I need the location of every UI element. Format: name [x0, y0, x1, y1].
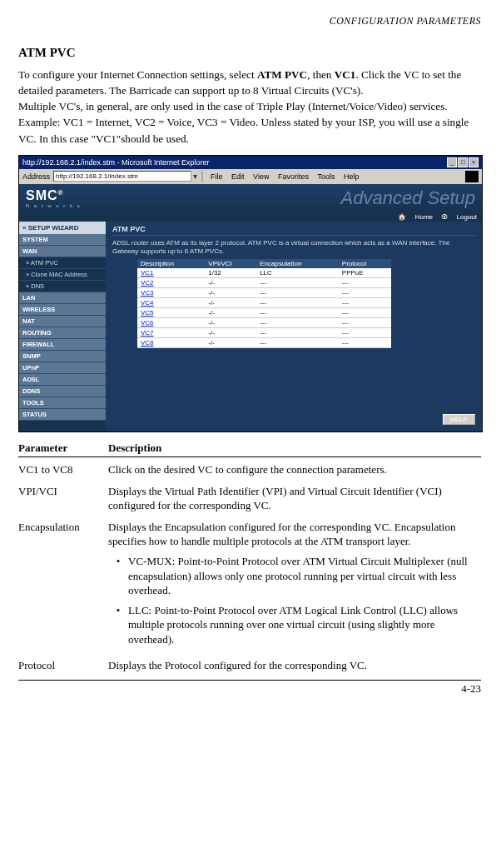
maximize-icon[interactable]: □ [458, 157, 468, 167]
go-icon[interactable]: ▾ [193, 172, 197, 181]
page-number: 4-23 [18, 680, 481, 696]
ie-logo-icon [465, 171, 479, 182]
intro-part: Multiple VC's, in general, are only used… [18, 98, 481, 146]
section-title: ATM PVC [18, 46, 481, 60]
table-row: VC2-/------- [137, 278, 391, 288]
address-label: Address [22, 172, 50, 181]
parameter-table: Parameter Description VC1 to VC8 Click o… [18, 441, 481, 673]
param-header-parameter: Parameter [18, 441, 108, 456]
address-input[interactable]: http://192.168.2.1/index.stm [53, 171, 191, 182]
bullet-text: LLC: Point-to-Point Protocol over ATM Lo… [128, 603, 481, 647]
sidebar-item-ddns[interactable]: DDNS [19, 386, 106, 397]
col-vpivci: VPI/VCI [205, 259, 256, 268]
sidebar-item-nat[interactable]: NAT [19, 316, 106, 327]
brand-sub: N e t w o r k s [26, 203, 82, 208]
pvc-table: Description VPI/VCI Encapsulation Protoc… [137, 259, 391, 348]
content-title: ATM PVC [112, 225, 475, 236]
menu-help[interactable]: Help [344, 172, 360, 181]
sidebar-item-atmpvc[interactable]: » ATM PVC [19, 257, 106, 269]
vc-link[interactable]: VC1 [137, 268, 205, 278]
intro-part: To configure your Internet Connection se… [18, 68, 257, 81]
bullet-icon: • [108, 554, 128, 598]
col-encapsulation: Encapsulation [256, 259, 339, 268]
sidebar-item-wireless[interactable]: WIRELESS [19, 304, 106, 316]
param-desc: Click on the desired VC to configure the… [108, 462, 481, 477]
sidebar-item-adsl[interactable]: ADSL [19, 374, 106, 386]
table-row: VC3-/------- [137, 288, 391, 298]
table-row: VC11/32LLCPPPoE [137, 268, 391, 278]
table-row: VC4-/------- [137, 298, 391, 308]
vc-link[interactable]: VC5 [137, 308, 205, 318]
intro-bold: ATM PVC [257, 68, 307, 81]
param-desc: Displays the Protocol configured for the… [108, 658, 481, 673]
table-row: VC8-/------- [137, 338, 391, 348]
intro-text: To configure your Internet Connection se… [18, 67, 481, 147]
running-header: CONFIGURATION PARAMETERS [18, 15, 481, 27]
vc-link[interactable]: VC2 [137, 278, 205, 288]
param-name: VC1 to VC8 [18, 462, 108, 477]
close-icon[interactable]: × [469, 157, 479, 167]
browser-menu[interactable]: File Edit View Favorites Tools Help [207, 172, 363, 181]
param-name: Protocol [18, 658, 108, 673]
vc-link[interactable]: VC8 [137, 338, 205, 348]
vc-link[interactable]: VC7 [137, 328, 205, 338]
sidebar-item-dns[interactable]: » DNS [19, 281, 106, 292]
param-header-description: Description [108, 441, 481, 456]
menu-file[interactable]: File [211, 172, 223, 181]
menu-favorites[interactable]: Favorites [278, 172, 309, 181]
menu-view[interactable]: View [253, 172, 269, 181]
sidebar-item-tools[interactable]: TOOLS [19, 397, 106, 409]
param-desc: Displays the Encapsulation configured fo… [108, 520, 481, 651]
vc-link[interactable]: VC6 [137, 318, 205, 328]
help-button[interactable]: HELP [443, 414, 475, 425]
sidebar-item-snmp[interactable]: SNMP [19, 351, 106, 362]
brand-logo: SMC® [26, 188, 82, 203]
table-row: VC7-/------- [137, 328, 391, 338]
table-row: VC6-/------- [137, 318, 391, 328]
table-row: VC5-/------- [137, 308, 391, 318]
col-description: Description [137, 259, 205, 268]
bullet-text: VC-MUX: Point-to-Point Protocol over ATM… [128, 554, 481, 598]
sidebar-item-wan[interactable]: WAN [19, 246, 106, 257]
intro-part: , then [307, 68, 335, 81]
home-link[interactable]: 🏠 Home [398, 213, 433, 221]
menu-tools[interactable]: Tools [318, 172, 335, 181]
sidebar-item-clonemac[interactable]: » Clone MAC Address [19, 269, 106, 281]
param-name: VPI/VCI [18, 484, 108, 513]
sidebar-item-status[interactable]: STATUS [19, 409, 106, 421]
minimize-icon[interactable]: _ [447, 157, 457, 167]
menu-edit[interactable]: Edit [231, 172, 245, 181]
intro-bold: VC1 [335, 68, 356, 81]
content-description: ADSL router uses ATM as its layer 2 prot… [112, 239, 475, 257]
vc-link[interactable]: VC3 [137, 288, 205, 298]
sidebar-item-routing[interactable]: ROUTING [19, 327, 106, 339]
sidebar-item-firewall[interactable]: FIREWALL [19, 339, 106, 351]
param-name: Encapsulation [18, 520, 108, 651]
col-protocol: Protocol [339, 259, 391, 268]
page-heading-graphic: Advanced Setup [341, 187, 475, 209]
logout-link[interactable]: ⦿ Logout [441, 213, 477, 221]
bullet-icon: • [108, 603, 128, 647]
sidebar-item-upnp[interactable]: UPnP [19, 362, 106, 374]
window-title: http://192.168.2.1/index.stm - Microsoft… [22, 158, 210, 167]
vc-link[interactable]: VC4 [137, 298, 205, 308]
sidebar-nav: » SETUP WIZARD SYSTEM WAN » ATM PVC » Cl… [19, 222, 106, 432]
param-desc: Displays the Virtual Path Identifier (VP… [108, 484, 481, 513]
router-screenshot: http://192.168.2.1/index.stm - Microsoft… [18, 155, 483, 432]
sidebar-setup-wizard[interactable]: » SETUP WIZARD [19, 222, 106, 234]
sidebar-item-system[interactable]: SYSTEM [19, 234, 106, 246]
window-buttons[interactable]: _□× [446, 157, 479, 167]
sidebar-item-lan[interactable]: LAN [19, 292, 106, 304]
